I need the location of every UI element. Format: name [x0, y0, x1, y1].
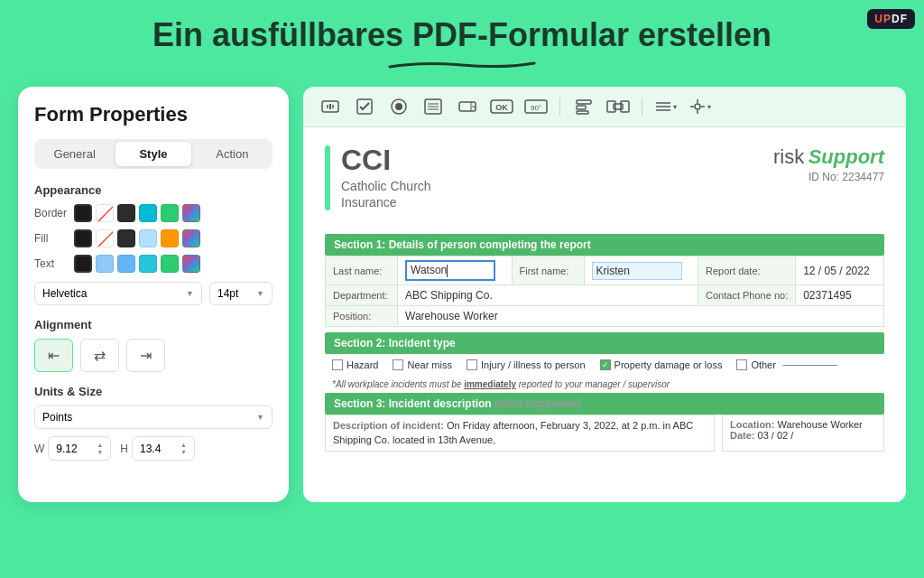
align-center-button[interactable]: ⇄	[80, 339, 119, 372]
section2-header: Section 2: Incident type	[325, 332, 884, 354]
checkbox-hazard[interactable]: Hazard	[332, 359, 378, 370]
position-value[interactable]: Warehouse Worker	[398, 306, 884, 327]
fill-swatch-black[interactable]	[74, 229, 92, 247]
width-down-icon[interactable]: ▼	[97, 449, 103, 455]
location-value: Warehouse Worker	[778, 419, 863, 430]
text-swatches	[74, 255, 200, 273]
contact-value[interactable]: 02371495	[796, 285, 884, 306]
checkbox-near-miss[interactable]: Near miss	[393, 359, 452, 370]
fill-swatch-dark[interactable]	[117, 229, 135, 247]
checkbox-property[interactable]: ✓ Property damage or loss	[600, 359, 723, 370]
location-label: Location:	[730, 419, 775, 430]
width-input[interactable]: 9.12 ▲ ▼	[48, 436, 111, 461]
id-number: ID No: 2234477	[773, 171, 884, 183]
fill-swatch-slash[interactable]	[96, 229, 114, 247]
risk-support-brand: risk Support ID No: 2234477	[773, 145, 884, 183]
svg-line-0	[97, 205, 114, 222]
ok-button-icon[interactable]: OK	[489, 94, 514, 119]
height-input[interactable]: 13.4 ▲ ▼	[132, 436, 195, 461]
signature-icon[interactable]: 90°	[523, 94, 549, 119]
radio-icon[interactable]	[386, 94, 411, 119]
brand-support: Support	[808, 145, 884, 168]
brand-risk: risk	[773, 145, 804, 168]
svg-rect-19	[577, 100, 591, 104]
width-spinners: ▲ ▼	[97, 442, 103, 455]
injury-label: Injury / illness to person	[481, 359, 586, 370]
near-miss-label: Near miss	[407, 359, 452, 370]
tab-style[interactable]: Style	[116, 142, 190, 166]
list-box-icon[interactable]	[420, 94, 446, 119]
text-field-icon[interactable]	[318, 94, 343, 119]
fill-swatch-orange[interactable]	[161, 229, 179, 247]
alignment-section: Alignment ⇤ ⇄ ⇥	[34, 318, 273, 372]
content-area: Form Properties General Style Action App…	[0, 87, 924, 502]
checkbox-icon[interactable]	[352, 94, 377, 119]
width-up-icon[interactable]: ▲	[97, 442, 103, 448]
combo-box-icon[interactable]	[455, 94, 480, 119]
description-cell: Description of incident: On Friday after…	[325, 415, 715, 452]
border-swatch-slash[interactable]	[96, 204, 114, 222]
arrange-dropdown[interactable]: ▾	[653, 94, 679, 119]
units-selector[interactable]: Points ▼	[34, 406, 273, 429]
fill-swatches	[74, 229, 200, 247]
distribute-icon[interactable]	[605, 94, 631, 119]
text-color-label: Text	[34, 257, 67, 270]
alignment-buttons: ⇤ ⇄ ⇥	[34, 339, 273, 372]
other-text-line[interactable]	[783, 365, 837, 366]
tools-dropdown[interactable]: ▾	[688, 94, 713, 119]
text-swatch-black[interactable]	[74, 255, 92, 273]
doc-header: CCI Catholic ChurchInsurance risk Suppor…	[325, 145, 884, 219]
border-swatch-green[interactable]	[161, 204, 179, 222]
border-swatch-rainbow[interactable]	[182, 204, 200, 222]
report-date-value[interactable]: 12 / 05 / 2022	[796, 256, 884, 285]
text-swatch-teal2[interactable]	[139, 255, 157, 273]
fill-swatch-rainbow2[interactable]	[182, 229, 200, 247]
first-name-input[interactable]: Kristen	[592, 262, 682, 280]
svg-rect-21	[577, 111, 588, 114]
align-icon[interactable]	[571, 94, 596, 119]
incident-checkboxes: Hazard Near miss Injury / illness to per…	[325, 354, 884, 376]
units-value: Points	[42, 411, 72, 424]
font-selector[interactable]: Helvetica ▼	[34, 282, 202, 305]
align-left-button[interactable]: ⇤	[34, 339, 73, 372]
tab-action[interactable]: Action	[195, 142, 270, 166]
other-checkbox[interactable]	[736, 359, 747, 370]
border-swatch-black[interactable]	[74, 204, 92, 222]
units-chevron-icon: ▼	[256, 413, 264, 422]
last-name-value[interactable]: Watson	[398, 256, 513, 285]
align-right-button[interactable]: ⇥	[126, 339, 165, 372]
font-size-selector[interactable]: 14pt ▼	[209, 282, 273, 305]
text-swatch-green2[interactable]	[161, 255, 179, 273]
property-checkbox[interactable]: ✓	[600, 359, 611, 370]
height-down-icon[interactable]: ▼	[180, 449, 187, 455]
tab-general[interactable]: General	[37, 142, 112, 166]
size-chevron-icon: ▼	[256, 289, 264, 298]
checkbox-injury[interactable]: Injury / illness to person	[467, 359, 586, 370]
text-swatch-rainbow3[interactable]	[182, 255, 200, 273]
department-label: Department:	[326, 285, 398, 306]
fill-swatch-lightblue[interactable]	[139, 229, 157, 247]
title-underline	[0, 58, 924, 74]
table-row: Position: Warehouse Worker	[326, 306, 884, 327]
injury-checkbox[interactable]	[467, 359, 477, 370]
font-size-value: 14pt	[217, 287, 238, 300]
width-field: W 9.12 ▲ ▼	[34, 436, 111, 461]
department-value[interactable]: ABC Shipping Co.	[398, 285, 698, 306]
units-size-section: Units & Size Points ▼ W 9.12 ▲ ▼	[34, 385, 273, 461]
last-name-input[interactable]: Watson	[405, 260, 495, 281]
svg-point-8	[395, 103, 402, 110]
text-swatch-lightblue2[interactable]	[117, 255, 135, 273]
border-swatch-teal[interactable]	[139, 204, 157, 222]
text-swatch-lightblue1[interactable]	[96, 255, 114, 273]
height-up-icon[interactable]: ▲	[180, 442, 187, 448]
document-area: OK 90° ▾ ▾	[303, 87, 906, 502]
checkbox-other[interactable]: Other	[736, 359, 837, 370]
report-date-label: Report date:	[698, 256, 796, 285]
hazard-checkbox[interactable]	[332, 359, 343, 370]
border-label: Border	[34, 207, 67, 219]
first-name-value[interactable]: Kristen	[584, 256, 698, 285]
cci-abbr: CCI	[341, 145, 431, 174]
border-swatch-dark[interactable]	[117, 204, 135, 222]
size-row: W 9.12 ▲ ▼ H 13.4 ▲	[34, 436, 273, 461]
near-miss-checkbox[interactable]	[393, 359, 403, 370]
